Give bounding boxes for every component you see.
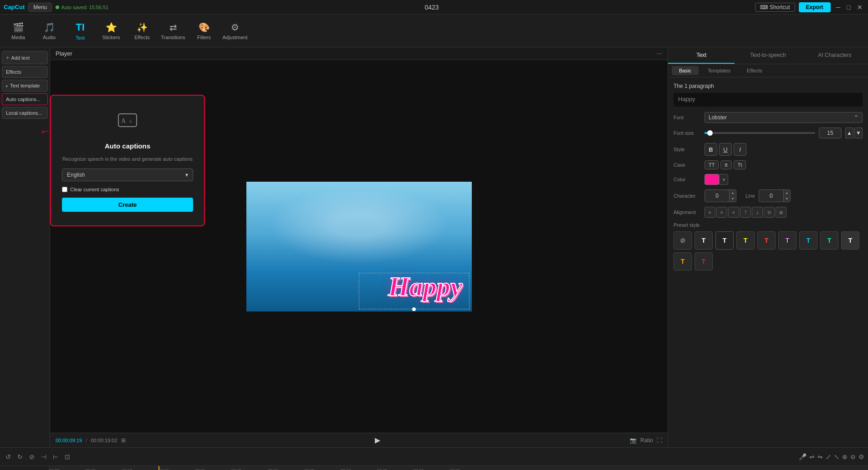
ratio-button[interactable]: Ratio — [640, 437, 653, 444]
timeline-icon1[interactable]: ⇌ — [809, 453, 815, 460]
timeline-icon5[interactable]: ⊕ — [842, 453, 848, 460]
italic-button[interactable]: I — [734, 143, 746, 156]
auto-captions-button[interactable]: Auto captions... — [2, 93, 48, 105]
tool-adjustment[interactable]: ⚙ Adjustment — [220, 17, 250, 45]
maximize-button[interactable]: □ — [845, 4, 853, 11]
align-top[interactable]: ⊤ — [740, 207, 751, 218]
sub-tab-basic[interactable]: Basic — [672, 66, 699, 75]
shortcut-button[interactable]: ⌨ Shortcut — [755, 3, 795, 12]
redo-button[interactable]: ↻ — [15, 452, 25, 461]
tool-text[interactable]: TI Text — [66, 17, 95, 45]
tool-filters[interactable]: 🎨 Filters — [189, 17, 219, 45]
tool-media[interactable]: 🎬 Media — [4, 17, 33, 45]
undo-button[interactable]: ↺ — [4, 452, 13, 461]
tab-text[interactable]: Text — [668, 47, 735, 64]
tool-stickers-label: Stickers — [102, 35, 120, 40]
text-preview[interactable]: Happy — [674, 93, 863, 107]
character-input[interactable]: 0 ▲ ▼ — [705, 189, 736, 202]
sub-tab-effects[interactable]: Effects — [740, 66, 769, 75]
font-size-input[interactable]: 15 — [819, 128, 842, 138]
align-bottom[interactable]: ⊟ — [764, 207, 775, 218]
align-extra[interactable]: ⊠ — [776, 207, 786, 218]
timeline-icon3[interactable]: ⤢ — [826, 453, 831, 460]
color-swatch[interactable] — [705, 174, 719, 185]
trim-button[interactable]: ⊣ — [39, 452, 48, 461]
effects-button[interactable]: Effects — [2, 66, 48, 78]
timeline-icon2[interactable]: ⇋ — [817, 453, 823, 460]
character-down[interactable]: ▼ — [730, 196, 736, 202]
camera-icon[interactable]: 📷 — [630, 437, 637, 444]
selection-box — [359, 273, 470, 309]
create-captions-button[interactable]: Create — [62, 198, 193, 212]
tool-transitions[interactable]: ⇄ Transitions — [158, 17, 188, 45]
tool-audio[interactable]: 🎵 Audio — [35, 17, 64, 45]
character-up[interactable]: ▲ — [730, 190, 736, 196]
tab-ai-characters[interactable]: AI Characters — [802, 47, 868, 64]
preset-4[interactable]: T — [757, 231, 776, 250]
preset-9[interactable]: T — [674, 252, 692, 271]
timeline-settings[interactable]: ⚙ — [858, 453, 864, 460]
local-captions-button[interactable]: Local captions... — [2, 107, 48, 119]
align-center[interactable]: ≡ — [716, 207, 727, 218]
underline-button[interactable]: U — [719, 143, 732, 156]
align-left[interactable]: ≡ — [705, 207, 715, 218]
font-size-up[interactable]: ▲ — [845, 128, 853, 138]
preset-3[interactable]: T — [736, 231, 755, 250]
preset-1[interactable]: T — [694, 231, 713, 250]
color-dropdown[interactable]: ▾ — [719, 174, 728, 185]
preset-none[interactable]: ⊘ — [674, 231, 692, 250]
clear-captions-checkbox[interactable]: Clear current captions — [62, 187, 119, 192]
preset-5[interactable]: T — [778, 231, 797, 250]
timeline-icon6[interactable]: ⊖ — [850, 453, 856, 460]
close-button[interactable]: ✕ — [855, 4, 864, 11]
line-down[interactable]: ▼ — [784, 196, 790, 202]
timeline-icon4[interactable]: ⤡ — [834, 453, 839, 460]
preset-8[interactable]: T — [841, 231, 859, 250]
font-size-slider[interactable] — [705, 132, 815, 134]
language-select[interactable]: English ▾ — [62, 169, 193, 181]
media-icon: 🎬 — [13, 22, 24, 33]
font-size-down[interactable]: ▼ — [854, 128, 863, 138]
add-text-button[interactable]: + Add text — [2, 51, 48, 64]
tool-filters-label: Filters — [197, 35, 211, 40]
split-button[interactable]: ⊘ — [27, 452, 36, 461]
play-button[interactable]: ▶ — [375, 436, 380, 444]
font-select[interactable]: Lobster ⌃ — [705, 112, 863, 123]
align-middle[interactable]: ⊥ — [752, 207, 763, 218]
preset-7[interactable]: T — [820, 231, 838, 250]
menu-button[interactable]: Menu — [28, 3, 52, 12]
text-template-button[interactable]: ▸ Text template — [2, 80, 48, 92]
paragraph-title: The 1 paragraph — [674, 83, 863, 89]
preset-10[interactable]: T — [694, 252, 713, 271]
mic-icon[interactable]: 🎤 — [799, 453, 807, 460]
export-button[interactable]: Export — [799, 2, 831, 12]
selection-handle[interactable] — [412, 307, 416, 311]
player-options-icon[interactable]: ⋯ — [657, 51, 662, 57]
arrow-icon: ▸ — [6, 83, 8, 88]
fullscreen-icon[interactable]: ⛶ — [657, 437, 662, 444]
line-input[interactable]: 0 ▲ ▼ — [759, 189, 791, 202]
tab-text-to-speech[interactable]: Text-to-speech — [735, 47, 801, 64]
tool-stickers[interactable]: ⭐ Stickers — [97, 17, 126, 45]
grid-icon[interactable]: ⊞ — [121, 437, 126, 444]
color-row: Color ▾ — [674, 174, 863, 185]
minimize-button[interactable]: ─ — [834, 4, 842, 11]
tool-transitions-label: Transitions — [161, 35, 185, 40]
bold-button[interactable]: B — [705, 143, 717, 156]
delete-button[interactable]: ⊡ — [63, 452, 72, 461]
trim2-button[interactable]: ⊢ — [51, 452, 60, 461]
time-display: 00:00:09:19 / 00:00:19:02 ⊞ — [56, 437, 126, 444]
character-label: Character — [674, 193, 701, 199]
clear-captions-input[interactable] — [62, 187, 67, 192]
align-right[interactable]: ≡ — [728, 207, 739, 218]
titlecase-button[interactable]: Tt — [734, 160, 746, 169]
sub-tab-templates[interactable]: Templates — [700, 66, 738, 75]
tool-effects[interactable]: ✨ Effects — [128, 17, 157, 45]
playhead[interactable] — [158, 466, 159, 470]
line-up[interactable]: ▲ — [784, 190, 790, 196]
lowercase-button[interactable]: tt — [720, 160, 731, 169]
uppercase-button[interactable]: TT — [705, 160, 719, 169]
preset-2[interactable]: T — [715, 231, 734, 250]
preset-6[interactable]: T — [799, 231, 817, 250]
timeline-tracks: 00:00 00:05 00:10 00:15 00:20 00:25 00:3… — [49, 466, 868, 470]
